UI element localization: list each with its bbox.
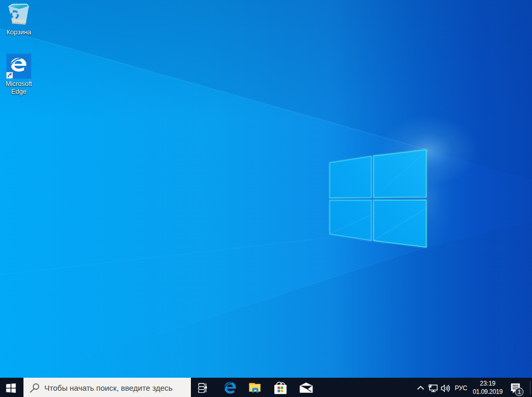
svg-text:1: 1 xyxy=(517,389,521,395)
